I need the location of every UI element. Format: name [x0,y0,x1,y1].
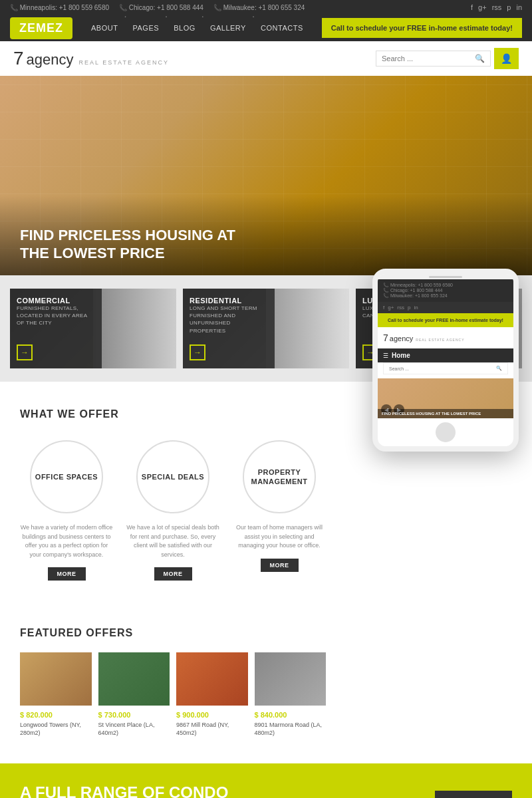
offer-office-spaces: OFFICE SPACES We have a variety of moder… [20,440,113,581]
offer-circle-office: OFFICE SPACES [30,440,103,513]
search-box[interactable]: 🔍 [376,51,491,66]
property-price-4: $ 840.000 [255,711,327,719]
header-nav: ZEMEZ ABOUT • PAGES • BLOG • GALLERY • C… [0,15,532,41]
mobile-phone-3: 📞 Milwaukee: +1 800 655 324 [383,293,508,299]
mobile-rss-icon[interactable]: rss [397,305,404,311]
mobile-phone-2: 📞 Chicago: +1 800 588 444 [383,288,508,293]
nav-gallery[interactable]: GALLERY [203,15,253,41]
agency-logo-seven: 7 [13,48,24,69]
mobile-speaker-bar [429,276,462,278]
offers-grid: OFFICE SPACES We have a variety of moder… [20,440,326,581]
nav-about[interactable]: ABOUT [84,15,124,41]
zemez-logo[interactable]: ZEMEZ [10,17,72,39]
mobile-pinterest-icon[interactable]: p [408,305,410,311]
mobile-cta[interactable]: Call to schedule your FREE in-home estim… [378,313,513,327]
property-price-3: $ 900.000 [176,711,248,719]
user-icon-button[interactable]: 👤 [494,48,519,69]
mobile-gplus-icon[interactable]: g+ [388,305,394,311]
hero-text-block: FIND PRICELESS HOUSING AT THE LOWEST PRI… [0,213,273,275]
nav-pages[interactable]: PAGES [126,15,166,41]
mobile-search-input[interactable] [389,366,496,371]
mobile-hamburger-icon[interactable]: ☰ [383,352,388,359]
top-bar: 📞 Minneapolis: +1 800 559 6580 📞 Chicago… [0,0,532,15]
offer-desc-office: We have a variety of modern office build… [20,523,113,559]
mobile-social-bar: f g+ rss p in [378,302,513,313]
cat-arrow-commercial[interactable]: → [17,344,33,360]
rss-icon[interactable]: rss [492,3,502,11]
property-card-1[interactable]: $ 820.000 Longwood Towers (NY, 280m2) [20,652,92,737]
phone-chicago: 📞 Chicago: +1 800 588 444 [119,4,203,11]
search-input[interactable] [382,55,475,63]
mobile-logo-seven: 7 [383,332,388,343]
category-residential[interactable]: RESIDENTIAL LONG AND SHORT TERM FURNISHE… [183,289,349,368]
more-button-office[interactable]: MORE [48,567,86,581]
property-card-4[interactable]: $ 840.000 8901 Marmora Road (LA, 480m2) [255,652,327,737]
categories-section: COMMERCIAL FURNISHED RENTALS, LOCATED IN… [0,275,532,382]
mobile-search-box[interactable]: 🔍 [383,362,508,374]
featured-offers-section: FEATURED OFFERS $ 820.000 Longwood Tower… [0,620,346,763]
mobile-agency-logo: 7 agency REAL ESTATE AGENCY [378,327,513,348]
offer-desc-deals: We have a lot of special deals both for … [126,523,219,559]
property-card-2[interactable]: $ 730.000 St Vincent Place (LA, 640m2) [98,652,170,737]
phone-list: 📞 Minneapolis: +1 800 559 6580 📞 Chicago… [10,4,305,11]
property-name-1: Longwood Towers (NY, 280m2) [20,722,92,737]
property-name-3: 9867 Mill Road (NY, 450m2) [176,722,248,737]
property-name-4: 8901 Marmora Road (LA, 480m2) [255,722,327,737]
mobile-nav-bar: ☰ Home [378,348,513,362]
read-more-button[interactable]: READ MORE [435,791,512,798]
nav-contacts[interactable]: CONTACTS [254,15,310,41]
offer-property-management: PROPERTY MANAGEMENT Our team of home man… [233,440,326,581]
property-image-2 [98,652,170,706]
search-icon[interactable]: 🔍 [475,54,485,63]
cat-image-residential [266,289,349,368]
mobile-home-button[interactable] [436,422,456,442]
what-we-offer-section: WHAT WE OFFER OFFICE SPACES We have a va… [0,382,346,620]
mobile-facebook-icon[interactable]: f [383,305,384,311]
property-price-1: $ 820.000 [20,711,92,719]
agency-header: 7 agency REAL ESTATE AGENCY 🔍 👤 [0,41,532,76]
mobile-search-icon[interactable]: 🔍 [496,366,502,371]
social-icons-top: f g+ rss p in [471,3,522,11]
condo-banner-text: A FULL RANGE OF CONDO MANAGEMENT SERVICE… [20,783,253,798]
more-button-property[interactable]: MORE [261,559,299,572]
mobile-logo-name: agency [390,334,413,342]
cat-arrow-residential[interactable]: → [190,344,205,360]
featured-offers-title: FEATURED OFFERS [20,627,326,639]
cta-button[interactable]: Call to schedule your FREE in-home estim… [322,18,522,38]
agency-logo-name: agency [27,51,74,68]
offer-circle-deals: SPECIAL DEALS [136,440,209,513]
what-we-offer-title: WHAT WE OFFER [20,408,326,420]
mobile-hero: ◀ ▶ FIND PRICELESS HOUSING AT THE LOWEST… [378,378,513,418]
property-image-3 [176,652,248,706]
cat-title-residential: RESIDENTIAL [190,297,268,305]
property-image-1 [20,652,92,706]
phone-milwaukee: 📞 Milwaukee: +1 800 655 324 [213,4,305,11]
cat-desc-commercial: FURNISHED RENTALS, LOCATED IN EVERY AREA… [17,305,95,327]
mobile-linkedin-icon[interactable]: in [414,305,418,311]
mobile-speaker [378,274,513,279]
nav-blog[interactable]: BLOG [167,15,202,41]
cat-info-residential: RESIDENTIAL LONG AND SHORT TERM FURNISHE… [183,289,275,368]
cat-title-commercial: COMMERCIAL [17,297,95,305]
more-button-deals[interactable]: MORE [154,567,192,581]
offer-desc-property: Our team of home managers will assist yo… [233,523,326,551]
pinterest-icon[interactable]: p [507,3,511,11]
mobile-content: 📞 Minneapolis: +1 800 559 6580 📞 Chicago… [378,279,513,442]
offer-circle-property: PROPERTY MANAGEMENT [243,440,316,513]
cat-desc-residential: LONG AND SHORT TERM FURNISHED AND UNFURN… [190,305,268,334]
mobile-nav-title: Home [392,352,410,359]
property-card-3[interactable]: $ 900.000 9867 Mill Road (NY, 450m2) [176,652,248,737]
mobile-logo-subtitle: REAL ESTATE AGENCY [416,338,464,342]
offer-special-deals: SPECIAL DEALS We have a lot of special d… [126,440,219,581]
linkedin-icon[interactable]: in [516,3,522,11]
properties-grid: $ 820.000 Longwood Towers (NY, 280m2) $ … [20,652,326,737]
main-navigation: ABOUT • PAGES • BLOG • GALLERY • CONTACT… [84,15,310,41]
agency-logo: 7 agency REAL ESTATE AGENCY [13,48,169,69]
mobile-hero-text: FIND PRICELESS HOUSING AT THE LOWEST PRI… [378,409,513,418]
facebook-icon[interactable]: f [471,3,473,11]
hero-headline: FIND PRICELESS HOUSING AT THE LOWEST PRI… [20,227,253,262]
category-commercial[interactable]: COMMERCIAL FURNISHED RENTALS, LOCATED IN… [10,289,176,368]
cat-image-commercial [93,289,176,368]
mobile-top-bar: 📞 Minneapolis: +1 800 559 6580 📞 Chicago… [378,279,513,302]
googleplus-icon[interactable]: g+ [478,3,487,11]
